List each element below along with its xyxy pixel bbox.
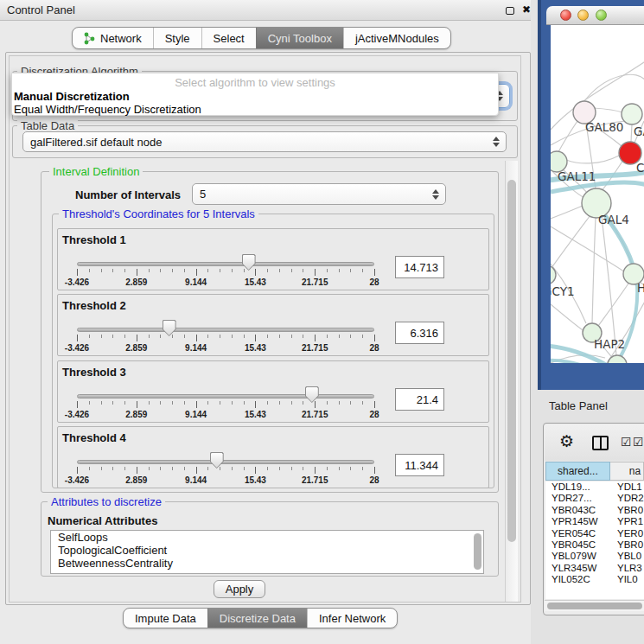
node-bottom[interactable] [608,355,627,363]
cell-shared-name: YPR145W [545,516,613,527]
number-of-intervals-combobox[interactable]: 5 [192,183,446,205]
slider-tick [350,335,351,338]
minimize-traffic-light-icon[interactable] [577,10,589,21]
network-canvas[interactable]: GAL80GACGAL11GAL4GCY1HHAP2 [551,25,644,363]
checkbox-icon[interactable]: ☑ [621,435,632,449]
node-gcy1[interactable] [551,265,556,284]
threshold-slider-track[interactable] [77,328,374,332]
network-window-titlebar[interactable] [546,6,644,25]
tab-network[interactable]: Network [73,28,153,48]
network-edge[interactable] [566,156,619,163]
numerical-attributes-list[interactable]: SelfLoopsTopologicalCoefficientBetweenne… [50,530,484,574]
tab-style[interactable]: Style [153,28,201,48]
network-edge[interactable] [631,124,632,142]
tab-discretize-data[interactable]: Discretize Data [207,609,307,628]
threshold-value-field[interactable]: 14.713 [395,256,444,278]
table-row[interactable]: YPR145W YPR1 [545,516,644,527]
split-view-icon[interactable] [592,436,609,450]
node-top-right[interactable] [622,104,642,124]
column-header-name[interactable]: na [610,462,644,481]
slider-tick-label: 21.715 [302,410,328,419]
table-panel: Table Panel ⚙ ☑ ☑ shared... na YDL19... … [531,390,644,644]
cell-name: YBR0 [613,505,644,516]
threshold-slider-handle[interactable] [210,452,224,469]
tab-jactivemnodules[interactable]: jActiveMNodules [343,28,450,48]
bottom-tab-bar: Impute Data Discretize Data Infer Networ… [123,608,398,628]
node-label: H [637,281,644,295]
number-of-intervals-label: Number of Intervals [75,188,181,201]
table-horizontal-scrollbar[interactable] [545,600,644,611]
column-header-shared[interactable]: shared... [545,462,610,481]
slider-tick [77,335,78,341]
slider-tick [112,335,113,338]
network-edge[interactable] [592,218,596,323]
threshold-value-field[interactable]: 21.4 [395,388,444,411]
table-row[interactable]: YDR27... YDR2 [545,493,644,504]
threshold-slider-handle[interactable] [305,386,319,403]
attribute-list-item[interactable]: BetweennessCentrality [51,557,483,570]
threshold-value-field[interactable]: 6.316 [395,322,444,344]
table-row[interactable]: YBR045C YBR0 [545,539,644,551]
content-scrollbar[interactable] [505,161,518,602]
tab-infer-network[interactable]: Infer Network [307,609,397,628]
tab-cyni-toolbox[interactable]: Cyni Toolbox [256,28,343,48]
float-window-icon[interactable] [506,7,514,15]
network-icon [84,32,95,45]
table-row[interactable]: YBL079W YBL0 [545,551,644,562]
slider-tick-label: 2.859 [125,277,147,287]
network-edge[interactable] [551,304,585,332]
table-rows: YDL19... YDL1 YDR27... YDR2 YBR043C YBR0… [545,481,644,599]
slider-tick [160,335,161,338]
slider-tick [255,401,256,408]
slider-tick [362,269,363,272]
network-edge[interactable] [551,206,583,221]
table-row[interactable]: YDL19... YDL1 [545,481,644,493]
apply-button[interactable]: Apply [214,580,265,598]
gear-icon[interactable]: ⚙ [559,431,574,451]
slider-tick [112,269,113,272]
top-tab-bar: Network Style Select Cyni Toolbox jActiv… [72,27,451,49]
slider-tick [350,401,351,405]
threshold-slider-track[interactable] [77,394,374,399]
checkbox-icon[interactable]: ☑ [633,435,644,449]
slider-tick [279,401,280,405]
slider-tick [303,269,303,272]
tab-label: Select [214,32,245,45]
table-row[interactable]: YER054C YER0 [545,528,644,539]
node-label: GAL4 [598,213,629,226]
network-edge-highlighted[interactable] [551,360,596,363]
threshold-slider-handle[interactable] [163,320,176,336]
numerical-attributes-label: Numerical Attributes [48,514,157,527]
algorithm-option-manual[interactable]: Manual Discretization [14,90,130,103]
table-row[interactable]: YLR345W YLR3 [545,563,644,574]
attribute-list-item[interactable]: SelfLoops [51,531,483,544]
tab-impute-data[interactable]: Impute Data [124,609,207,628]
network-edge[interactable] [551,215,590,271]
network-edge[interactable] [558,121,577,152]
threshold-slider-track[interactable] [77,460,374,464]
algorithm-option-equal-width[interactable]: Equal Width/Frequency Discretization [14,103,201,116]
slider-tick [124,269,125,272]
slider-tick [232,467,233,470]
close-traffic-light-icon[interactable] [560,10,571,21]
network-edge[interactable] [584,74,644,101]
attribute-list-item[interactable]: TopologicalCoefficient [51,544,483,557]
list-scrollbar-thumb[interactable] [474,533,481,570]
threshold-slider-track[interactable] [77,262,374,266]
scrollbar-thumb[interactable] [507,180,516,542]
zoom-traffic-light-icon[interactable] [596,10,607,21]
network-edge[interactable] [602,217,616,355]
slider-tick-label: 28 [369,343,379,353]
cell-shared-name: YIL052C [545,574,613,585]
slider-tick [255,467,256,474]
network-edge[interactable] [607,298,644,363]
slider-tick [196,335,197,341]
network-edge[interactable] [594,108,622,112]
table-row[interactable]: YIL052C YIL0 [545,574,644,585]
tab-select[interactable]: Select [201,28,256,48]
close-icon[interactable]: ✖ [522,3,531,16]
threshold-value-field[interactable]: 11.344 [395,454,444,476]
table-row[interactable]: YBR043C YBR0 [545,505,644,516]
hscrollbar-thumb[interactable] [547,603,642,609]
table-data-combobox[interactable]: galFiltered.sif default node [22,131,507,152]
